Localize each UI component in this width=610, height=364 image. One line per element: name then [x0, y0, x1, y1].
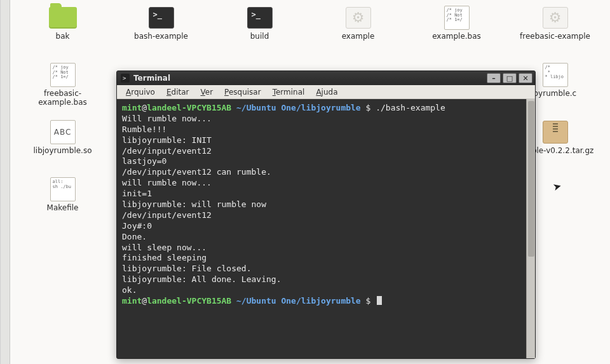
text-file-icon: /* * * libjo	[540, 62, 571, 88]
terminal-line: libjoyrumble: INIT	[122, 135, 530, 146]
minimize-button[interactable]: –	[487, 73, 501, 83]
titlebar[interactable]: > Terminal – □ ✕	[117, 71, 535, 85]
shared-lib-icon: ABC	[48, 119, 78, 145]
executable-icon	[540, 5, 571, 30]
terminal-line: libjoyrumble: All done. Leaving.	[122, 274, 530, 285]
shell-script-icon	[245, 5, 275, 30]
terminal-line: Rumble!!!	[122, 125, 530, 135]
desktop-icon-bak[interactable]: bak	[13, 5, 112, 51]
menu-terminal[interactable]: Terminal	[268, 86, 310, 98]
shell-script-icon	[146, 5, 177, 30]
close-button[interactable]: ✕	[518, 73, 532, 83]
terminal-window[interactable]: > Terminal – □ ✕ ArquivoEditarVerPesquis…	[116, 71, 536, 359]
terminal-line: mint@landeel-VPCYB15AB ~/Ubuntu One/libj…	[122, 103, 530, 114]
icon-label: oyrumble.c	[534, 90, 576, 98]
terminal-line: mint@landeel-VPCYB15AB ~/Ubuntu One/libj…	[122, 296, 530, 307]
archive-icon	[540, 119, 571, 145]
desktop-icon-freebasic-example.bas[interactable]: /* joy /* Not /* 1=/freebasic-example.ba…	[13, 62, 112, 108]
icon-label: build	[250, 32, 269, 41]
window-title: Terminal	[133, 74, 487, 83]
desktop: bakbash-examplebuildexample/* joy /* Not…	[0, 0, 610, 364]
terminal-line: /dev/input/event12	[122, 146, 530, 157]
menu-arquivo[interactable]: Arquivo	[121, 86, 160, 98]
terminal-line: libjoyrumble: File closed.	[122, 264, 530, 274]
terminal-line: ok.	[122, 285, 530, 296]
menu-ver[interactable]: Ver	[196, 86, 219, 98]
terminal-line: /dev/input/event12	[122, 210, 530, 221]
terminal-line: will sleep now...	[122, 243, 530, 253]
icon-label: freebasic-example.bas	[22, 90, 104, 107]
menubar: ArquivoEditarVerPesquisarTerminalAjuda	[117, 85, 535, 99]
svg-text:>: >	[123, 75, 126, 81]
text-file-icon: all: sh ./bu	[48, 177, 78, 202]
terminal-line: lastjoy=0	[122, 156, 530, 167]
terminal-line: Joy#:0	[122, 221, 530, 232]
icon-label: libjoyrumble.so	[33, 147, 92, 156]
text-file-icon: /* joy /* Not /* 1=/	[48, 62, 78, 88]
left-panel	[1, 0, 10, 364]
icon-label: freebasic-example	[520, 32, 590, 41]
terminal-line: Done.	[122, 232, 530, 243]
maximize-button[interactable]: □	[503, 73, 517, 83]
desktop-icon-bash-example[interactable]: bash-example	[112, 5, 210, 51]
text-file-icon: /* joy /* Not /* 1=/	[442, 5, 472, 30]
executable-icon	[343, 5, 374, 30]
icon-label: Makefile	[47, 204, 79, 213]
menu-pesquisar[interactable]: Pesquisar	[219, 86, 266, 98]
terminal-body[interactable]: mint@landeel-VPCYB15AB ~/Ubuntu One/libj…	[117, 99, 535, 358]
desktop-icon-example[interactable]: example	[309, 5, 407, 51]
desktop-icon-build[interactable]: build	[210, 5, 309, 51]
icon-label: example	[342, 32, 375, 41]
desktop-icon-Makefile[interactable]: all: sh ./buMakefile	[13, 177, 112, 222]
desktop-icon-example.bas[interactable]: /* joy /* Not /* 1=/example.bas	[407, 5, 506, 51]
terminal-line: finished sleeping	[122, 253, 530, 264]
terminal-line: Will rumble now...	[122, 114, 530, 125]
menu-ajuda[interactable]: Ajuda	[311, 86, 342, 98]
terminal-line: init=1	[122, 189, 530, 199]
scrollbar-thumb[interactable]	[528, 101, 534, 257]
desktop-icon-libjoyrumble.so[interactable]: ABClibjoyrumble.so	[13, 119, 112, 165]
menu-editar[interactable]: Editar	[161, 86, 194, 98]
terminal-app-icon: >	[121, 74, 130, 83]
terminal-line: will rumble now...	[122, 178, 530, 189]
icon-label: example.bas	[432, 32, 481, 41]
icon-label: bak	[56, 32, 70, 41]
window-buttons: – □ ✕	[487, 73, 532, 83]
desktop-icon-freebasic-example[interactable]: freebasic-example	[506, 5, 604, 51]
terminal-line: libjoyrumble: will rumble now	[122, 199, 530, 210]
icon-label: bash-example	[134, 32, 188, 41]
folder-icon	[48, 5, 78, 30]
terminal-line: /dev/input/event12 can rumble.	[122, 167, 530, 178]
scrollbar[interactable]	[526, 99, 535, 358]
